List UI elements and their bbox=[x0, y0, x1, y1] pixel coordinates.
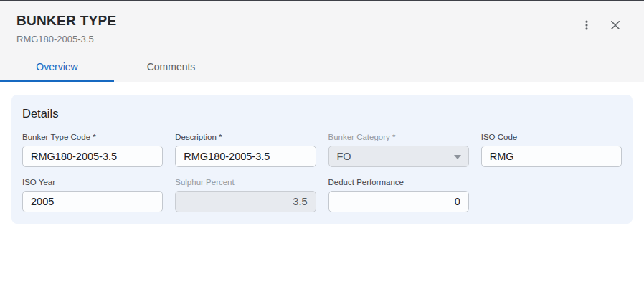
iso-year-label: ISO Year bbox=[22, 178, 163, 187]
page-title: BUNKER TYPE bbox=[16, 14, 627, 27]
more-vert-icon bbox=[580, 19, 593, 32]
close-icon bbox=[609, 19, 622, 32]
field-deduct-performance: Deduct Performance bbox=[328, 178, 469, 212]
bunker-category-label: Bunker Category * bbox=[328, 133, 469, 142]
details-fields-grid: Bunker Type Code * Description * Bunker … bbox=[22, 133, 622, 212]
close-button[interactable] bbox=[604, 14, 627, 37]
page-subtitle: RMG180-2005-3.5 bbox=[16, 34, 627, 44]
empty-grid-cell bbox=[481, 178, 622, 212]
deduct-performance-input[interactable] bbox=[328, 191, 469, 212]
more-options-button[interactable] bbox=[575, 14, 598, 37]
dialog-body: Details Bunker Type Code * Description *… bbox=[0, 82, 644, 224]
field-sulphur-percent: Sulphur Percent bbox=[175, 178, 316, 212]
field-iso-code: ISO Code bbox=[481, 133, 622, 167]
details-panel: Details Bunker Type Code * Description *… bbox=[11, 95, 633, 224]
dialog-header-text: BUNKER TYPE RMG180-2005-3.5 bbox=[0, 1, 644, 44]
details-heading: Details bbox=[22, 106, 622, 121]
field-description: Description * bbox=[175, 133, 316, 167]
iso-year-input[interactable] bbox=[22, 191, 163, 212]
field-iso-year: ISO Year bbox=[22, 178, 163, 212]
dropdown-caret-icon bbox=[454, 155, 461, 159]
tab-comments[interactable]: Comments bbox=[114, 55, 228, 82]
sulphur-percent-input bbox=[175, 191, 316, 212]
sulphur-percent-label: Sulphur Percent bbox=[175, 178, 316, 187]
iso-code-input[interactable] bbox=[481, 146, 622, 167]
bunker-type-code-input[interactable] bbox=[22, 146, 163, 167]
bunker-type-code-label: Bunker Type Code * bbox=[22, 133, 163, 142]
tab-bar: Overview Comments bbox=[0, 55, 644, 82]
iso-code-label: ISO Code bbox=[481, 133, 622, 142]
description-label: Description * bbox=[175, 133, 316, 142]
field-bunker-category: Bunker Category * bbox=[328, 133, 469, 167]
dialog-header: BUNKER TYPE RMG180-2005-3.5 Overview Com… bbox=[0, 1, 644, 82]
tab-overview[interactable]: Overview bbox=[0, 55, 114, 82]
deduct-performance-label: Deduct Performance bbox=[328, 178, 469, 187]
bunker-category-value bbox=[328, 146, 469, 167]
header-actions bbox=[575, 14, 627, 37]
field-bunker-type-code: Bunker Type Code * bbox=[22, 133, 163, 167]
description-input[interactable] bbox=[175, 146, 316, 167]
bunker-category-select bbox=[328, 146, 469, 167]
